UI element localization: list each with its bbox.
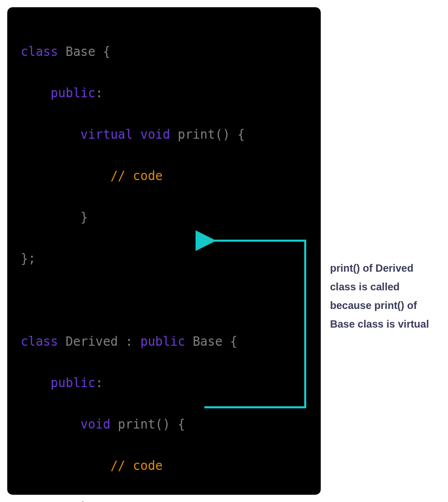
fn-name: print() [118,417,170,432]
kw-public: public [51,376,96,390]
colon: : [118,334,133,349]
code-line: } [21,497,307,502]
base-class: Base [192,334,222,349]
code-line: class Derived : public Base { [21,331,307,352]
kw-class: class [21,45,58,59]
brace: { [96,45,111,59]
kw-virtual: virtual [81,127,133,142]
annotation-text: print() of Derived class is called becau… [330,259,439,333]
brace: }; [21,252,36,266]
class-name: Base [66,45,96,59]
code-line: class Base { [21,41,307,62]
fn-name: print() [177,127,230,142]
code-line: // code [21,455,307,476]
comment: // code [110,169,162,183]
code-panel: class Base { public: virtual void print(… [7,7,321,495]
code-line: virtual void print() { [21,124,307,145]
brace: } [81,500,88,502]
comment: // code [110,459,162,473]
code-line: } [21,207,307,228]
colon: : [96,376,103,390]
code-line [21,290,307,311]
code-line: // code [21,166,307,186]
code-line: public: [21,83,307,104]
brace: { [230,127,245,142]
kw-public: public [140,334,185,349]
code-line: }; [21,248,307,269]
brace: { [222,334,237,349]
brace: { [170,417,185,432]
colon: : [96,86,103,100]
brace: } [81,210,88,225]
code-line: public: [21,373,307,393]
code-line-derived-print: void print() { [21,414,307,435]
class-name: Derived [66,334,118,349]
kw-public: public [51,86,96,100]
kw-void: void [140,127,170,142]
kw-class: class [21,334,58,349]
kw-void: void [81,417,111,432]
